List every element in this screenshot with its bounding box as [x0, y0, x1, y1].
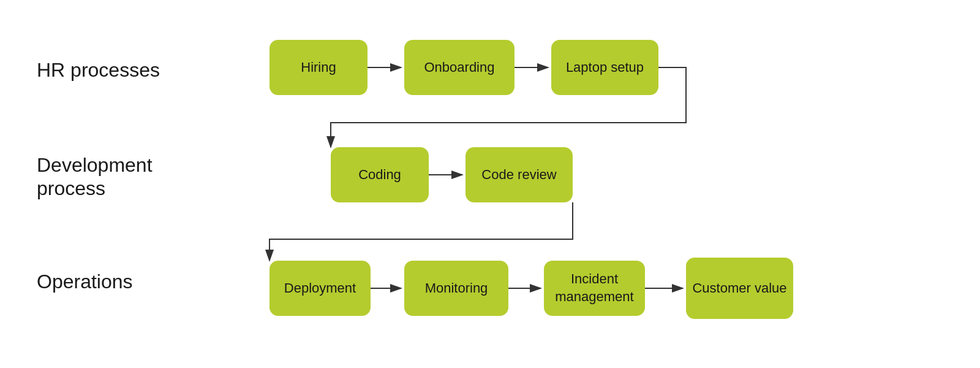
hiring-node: Hiring — [270, 40, 368, 95]
operations-label: Operations — [37, 270, 133, 293]
code-review-node: Code review — [466, 147, 573, 202]
monitoring-node: Monitoring — [404, 261, 508, 316]
onboarding-node: Onboarding — [404, 40, 514, 95]
arrow-codereview-to-deployment — [270, 202, 573, 261]
incident-mgmt-node: Incident management — [544, 261, 645, 316]
customer-value-node: Customer value — [686, 258, 793, 319]
laptop-setup-node: Laptop setup — [551, 40, 658, 95]
deployment-node: Deployment — [270, 261, 371, 316]
diagram-container: HR processes Developmentprocess Operatio… — [0, 0, 980, 368]
coding-node: Coding — [331, 147, 429, 202]
hr-processes-label: HR processes — [37, 58, 160, 82]
dev-process-label: Developmentprocess — [37, 153, 153, 201]
